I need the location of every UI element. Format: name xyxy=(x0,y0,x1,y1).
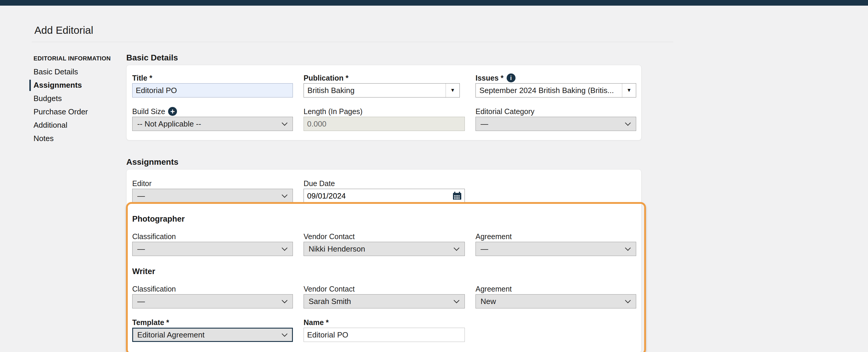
sidebar-item-notes[interactable]: Notes xyxy=(33,134,54,143)
chevron-down-icon xyxy=(281,194,288,198)
due-date-input[interactable] xyxy=(304,189,453,203)
photographer-vendor-contact-select[interactable]: Nikki Henderson xyxy=(304,242,465,256)
due-date-field-group: Due Date xyxy=(304,179,465,203)
chevron-down-icon xyxy=(625,299,631,303)
photographer-vendor-contact-group: Vendor Contact Nikki Henderson xyxy=(304,232,465,256)
editorial-category-label: Editorial Category xyxy=(475,107,636,116)
publication-value: British Baking xyxy=(304,84,445,97)
sidebar-item-purchase-order[interactable]: Purchase Order xyxy=(33,107,88,116)
add-build-size-icon[interactable]: + xyxy=(168,107,177,116)
issues-value: September 2024 British Baking (Britis... xyxy=(476,84,622,97)
sidebar: EDITORIAL INFORMATION Basic Details Assi… xyxy=(0,53,126,352)
title-label: Title * xyxy=(132,73,293,83)
writer-vendor-contact-value: Sarah Smith xyxy=(309,297,351,306)
title-field-group: Title * xyxy=(132,73,293,97)
photographer-classification-value: — xyxy=(137,245,145,254)
length-label: Length (In Pages) xyxy=(304,107,465,116)
basic-details-card: Title * Publication * British Baking ▼ xyxy=(126,65,642,140)
chevron-down-icon xyxy=(281,299,288,303)
writer-heading: Writer xyxy=(132,267,636,276)
sidebar-item-budgets[interactable]: Budgets xyxy=(33,94,62,103)
section-heading-basic-details: Basic Details xyxy=(126,53,642,63)
template-label: Template * xyxy=(132,318,293,327)
writer-agreement-value: New xyxy=(480,297,496,306)
chevron-down-icon xyxy=(281,122,288,126)
photographer-classification-select[interactable]: — xyxy=(132,242,293,256)
writer-classification-select[interactable]: — xyxy=(132,294,293,309)
writer-agreement-select[interactable]: New xyxy=(475,294,636,309)
writer-agreement-group: Agreement New xyxy=(475,284,636,309)
calendar-icon[interactable] xyxy=(453,191,462,200)
page-title: Add Editorial xyxy=(34,23,868,37)
template-field-group: Template * Editorial Agreement xyxy=(132,318,293,342)
info-icon[interactable]: i xyxy=(507,73,516,83)
chevron-down-icon xyxy=(281,247,288,251)
length-field-group: Length (In Pages) xyxy=(304,107,465,131)
publication-label: Publication * xyxy=(304,73,465,83)
build-size-label: Build Size xyxy=(132,107,165,116)
publication-combobox[interactable]: British Baking ▼ xyxy=(304,83,460,97)
editor-value: — xyxy=(137,191,145,201)
issues-dropdown-button[interactable]: ▼ xyxy=(622,84,636,97)
sidebar-item-basic-details[interactable]: Basic Details xyxy=(33,67,78,76)
due-date-field xyxy=(304,189,465,203)
title-input[interactable] xyxy=(132,83,293,97)
template-select[interactable]: Editorial Agreement xyxy=(132,328,293,342)
sidebar-item-additional[interactable]: Additional xyxy=(33,121,67,129)
dropdown-arrow-icon: ▼ xyxy=(627,87,632,93)
writer-vendor-contact-group: Vendor Contact Sarah Smith xyxy=(304,284,465,309)
issues-field-group: Issues * i September 2024 British Baking… xyxy=(475,73,636,97)
assignments-card: Editor — Due Date xyxy=(126,169,642,352)
dropdown-arrow-icon: ▼ xyxy=(450,87,455,93)
photographer-agreement-label: Agreement xyxy=(475,232,636,241)
content-area: EDITORIAL INFORMATION Basic Details Assi… xyxy=(0,53,868,352)
issues-combobox[interactable]: September 2024 British Baking (Britis...… xyxy=(475,83,636,97)
chevron-down-icon xyxy=(625,122,631,126)
title-divider xyxy=(32,42,673,42)
photographer-agreement-value: — xyxy=(480,245,488,254)
chevron-down-icon xyxy=(625,247,631,251)
photographer-heading: Photographer xyxy=(132,214,636,224)
photographer-agreement-group: Agreement — xyxy=(475,232,636,256)
main-form: Basic Details Title * Publication * Brit… xyxy=(126,53,642,352)
sidebar-heading: EDITORIAL INFORMATION xyxy=(33,55,126,62)
due-date-label: Due Date xyxy=(304,179,465,188)
issues-label: Issues * xyxy=(475,73,504,83)
build-size-field-group: Build Size + -- Not Applicable -- xyxy=(132,107,293,131)
writer-vendor-contact-select[interactable]: Sarah Smith xyxy=(304,294,465,309)
name-field-group: Name * xyxy=(304,318,465,342)
photographer-agreement-select[interactable]: — xyxy=(475,242,636,256)
editor-field-group: Editor — xyxy=(132,179,293,203)
editor-label: Editor xyxy=(132,179,293,188)
build-size-value: -- Not Applicable -- xyxy=(137,119,201,129)
photographer-classification-label: Classification xyxy=(132,232,293,241)
writer-classification-value: — xyxy=(137,297,145,306)
writer-classification-group: Classification — xyxy=(132,284,293,309)
editorial-category-select[interactable]: — xyxy=(475,117,636,131)
section-heading-assignments: Assignments xyxy=(126,157,642,167)
length-input xyxy=(304,117,465,131)
sidebar-item-assignments[interactable]: Assignments xyxy=(33,81,82,90)
build-size-select[interactable]: -- Not Applicable -- xyxy=(132,117,293,131)
photographer-vendor-contact-label: Vendor Contact xyxy=(304,232,465,241)
name-label: Name * xyxy=(304,318,465,327)
chevron-down-icon xyxy=(453,247,460,251)
photographer-classification-group: Classification — xyxy=(132,232,293,256)
photographer-vendor-contact-value: Nikki Henderson xyxy=(309,245,365,254)
name-input[interactable] xyxy=(304,328,465,342)
template-value: Editorial Agreement xyxy=(137,330,205,340)
editorial-category-field-group: Editorial Category — xyxy=(475,107,636,131)
editor-select[interactable]: — xyxy=(132,189,293,203)
writer-classification-label: Classification xyxy=(132,284,293,293)
chevron-down-icon xyxy=(453,299,460,303)
publication-dropdown-button[interactable]: ▼ xyxy=(445,84,460,97)
chevron-down-icon xyxy=(281,333,288,337)
editorial-category-value: — xyxy=(480,119,488,129)
writer-agreement-label: Agreement xyxy=(475,284,636,293)
top-bar xyxy=(0,0,868,6)
writer-vendor-contact-label: Vendor Contact xyxy=(304,284,465,293)
publication-field-group: Publication * British Baking ▼ xyxy=(304,73,465,97)
